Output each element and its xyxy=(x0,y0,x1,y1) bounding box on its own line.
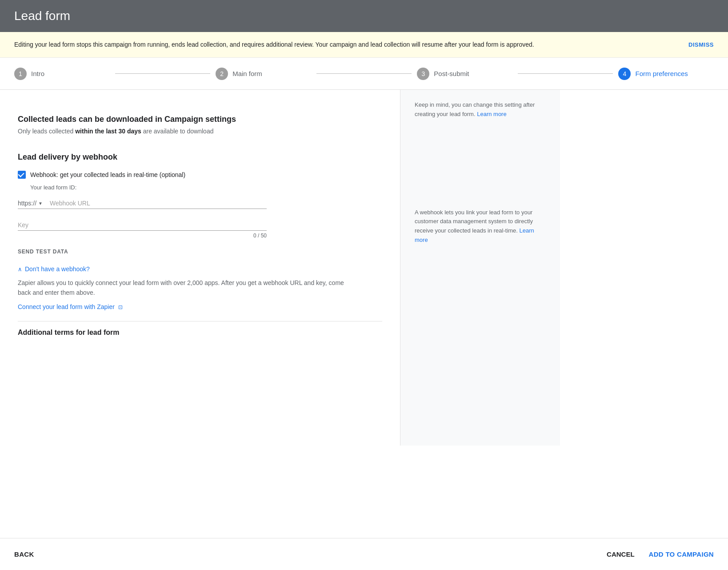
webhook-accordion: ∧ Don't have a webhook? Zapier allows yo… xyxy=(18,265,382,310)
content-wrapper: Collected leads can be downloaded in Cam… xyxy=(0,90,728,446)
step-1-label: Intro xyxy=(31,70,44,77)
collected-leads-section: Collected leads can be downloaded in Cam… xyxy=(18,115,382,135)
accordion-arrow-icon: ∧ xyxy=(18,266,22,273)
side-truncated-text: Keep in mind, you can change this settin… xyxy=(415,101,535,117)
form-id-label: Your lead form ID: xyxy=(30,184,382,191)
step-1-circle: 1 xyxy=(14,68,27,80)
step-4-circle: 4 xyxy=(618,68,631,80)
accordion-label: Don't have a webhook? xyxy=(25,265,90,273)
webhook-checkbox-label: Webhook: get your collected leads in rea… xyxy=(30,171,185,178)
delivery-title: Lead delivery by webhook xyxy=(18,153,382,162)
step-line-2 xyxy=(316,73,412,74)
side-webhook-note: A webhook lets you link your lead form t… xyxy=(415,208,546,245)
url-input-row: https:// ▼ xyxy=(18,200,267,209)
step-line-3 xyxy=(518,73,613,74)
step-2[interactable]: 2 Main form xyxy=(216,68,311,80)
https-dropdown[interactable]: https:// ▼ xyxy=(18,200,46,207)
side-panel: Keep in mind, you can change this settin… xyxy=(400,90,560,446)
footer-right: CANCEL ADD TO CAMPAIGN xyxy=(607,550,714,558)
footer: BACK CANCEL ADD TO CAMPAIGN xyxy=(0,538,728,570)
https-prefix: https:// xyxy=(18,200,36,207)
key-input[interactable] xyxy=(18,220,267,231)
external-link-icon: ⊡ xyxy=(118,304,123,310)
page-title: Lead form xyxy=(14,9,70,23)
cancel-button[interactable]: CANCEL xyxy=(607,550,635,558)
add-to-campaign-button[interactable]: ADD TO CAMPAIGN xyxy=(649,550,714,558)
webhook-url-input[interactable] xyxy=(46,200,267,207)
step-3[interactable]: 3 Post-submit xyxy=(417,68,512,80)
subtitle-plain: Only leads collected xyxy=(18,128,75,135)
step-2-label: Main form xyxy=(232,70,262,77)
step-3-circle: 3 xyxy=(417,68,429,80)
step-4[interactable]: 4 Form preferences xyxy=(618,68,714,80)
warning-text: Editing your lead form stops this campai… xyxy=(14,40,534,49)
step-2-circle: 2 xyxy=(216,68,228,80)
dismiss-button[interactable]: DISMISS xyxy=(688,41,714,48)
webhook-checkbox-row: Webhook: get your collected leads in rea… xyxy=(18,171,382,179)
dropdown-arrow-icon: ▼ xyxy=(38,201,43,206)
webhook-checkbox[interactable] xyxy=(18,171,26,179)
send-test-button[interactable]: SEND TEST DATA xyxy=(18,249,68,255)
step-3-label: Post-submit xyxy=(434,70,469,77)
side-webhook-text: A webhook lets you link your lead form t… xyxy=(415,209,533,234)
lead-delivery-section: Lead delivery by webhook Webhook: get yo… xyxy=(18,153,382,340)
step-4-label: Form preferences xyxy=(635,70,688,77)
main-content: Collected leads can be downloaded in Cam… xyxy=(0,90,400,446)
zapier-link-text: Connect your lead form with Zapier xyxy=(18,303,115,310)
side-truncated-note: Keep in mind, you can change this settin… xyxy=(415,100,546,119)
accordion-content: Zapier allows you to quickly connect you… xyxy=(18,278,347,298)
additional-terms-section: Additional terms for lead form xyxy=(18,321,382,340)
step-line-1 xyxy=(115,73,211,74)
accordion-header[interactable]: ∧ Don't have a webhook? xyxy=(18,265,382,273)
subtitle-end: are available to download xyxy=(141,128,214,135)
subtitle-bold: within the last 30 days xyxy=(75,128,141,135)
stepper: 1 Intro 2 Main form 3 Post-submit 4 Form… xyxy=(0,58,728,90)
side-learn-more-link[interactable]: Learn more xyxy=(477,111,506,117)
step-1[interactable]: 1 Intro xyxy=(14,68,110,80)
back-button[interactable]: BACK xyxy=(14,550,34,558)
collected-leads-subtitle: Only leads collected within the last 30 … xyxy=(18,128,382,135)
key-input-wrapper xyxy=(18,220,267,231)
header: Lead form xyxy=(0,0,728,32)
warning-banner: Editing your lead form stops this campai… xyxy=(0,32,728,58)
zapier-link[interactable]: Connect your lead form with Zapier ⊡ xyxy=(18,303,123,310)
char-count: 0 / 50 xyxy=(18,233,267,239)
additional-terms-title: Additional terms for lead form xyxy=(18,329,382,340)
collected-leads-title: Collected leads can be downloaded in Cam… xyxy=(18,115,382,124)
